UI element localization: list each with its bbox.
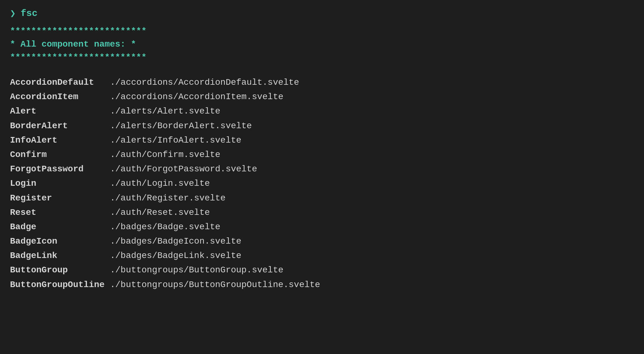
list-item: BadgeIcon ./badges/BadgeIcon.svelte (10, 234, 634, 249)
component-name: BadgeLink (10, 249, 110, 263)
header-block: ************************** * All compone… (10, 25, 634, 64)
component-list: AccordionDefault ./accordions/AccordionD… (10, 75, 634, 292)
list-item: Register ./auth/Register.svelte (10, 191, 634, 205)
component-name: Alert (10, 104, 110, 119)
component-name: InfoAlert (10, 133, 110, 148)
list-item: AccordionItem ./accordions/AccordionItem… (10, 90, 634, 104)
list-item: InfoAlert ./alerts/InfoAlert.svelte (10, 133, 634, 148)
component-name: AccordionDefault (10, 75, 110, 90)
header-line-1: ************************** (10, 25, 634, 38)
component-path: ./auth/Register.svelte (110, 191, 226, 205)
header-line-3: ************************** (10, 51, 634, 64)
component-path: ./accordions/AccordionItem.svelte (110, 90, 284, 104)
component-name: Register (10, 191, 110, 205)
component-path: ./accordions/AccordionDefault.svelte (110, 75, 299, 90)
component-path: ./auth/Reset.svelte (110, 205, 210, 220)
component-path: ./auth/Confirm.svelte (110, 148, 220, 162)
list-item: Confirm ./auth/Confirm.svelte (10, 148, 634, 162)
list-item: Reset ./auth/Reset.svelte (10, 205, 634, 220)
component-path: ./badges/BadgeIcon.svelte (110, 234, 241, 249)
component-name: ForgotPassword (10, 162, 110, 176)
component-name: Login (10, 176, 110, 191)
list-item: Login ./auth/Login.svelte (10, 176, 634, 191)
component-path: ./alerts/BorderAlert.svelte (110, 119, 252, 133)
list-item: BadgeLink ./badges/BadgeLink.svelte (10, 249, 634, 263)
list-item: ForgotPassword ./auth/ForgotPassword.sve… (10, 162, 634, 176)
chevron-icon: ❯ (10, 8, 16, 19)
component-path: ./alerts/Alert.svelte (110, 104, 220, 119)
component-name: Reset (10, 205, 110, 220)
component-name: BadgeIcon (10, 234, 110, 249)
component-path: ./alerts/InfoAlert.svelte (110, 133, 241, 148)
list-item: ButtonGroup ./buttongroups/ButtonGroup.s… (10, 263, 634, 277)
component-path: ./buttongroups/ButtonGroup.svelte (110, 263, 284, 277)
component-name: AccordionItem (10, 90, 110, 104)
list-item: AccordionDefault ./accordions/AccordionD… (10, 75, 634, 90)
component-path: ./auth/Login.svelte (110, 176, 210, 191)
component-name: Confirm (10, 148, 110, 162)
header-line-2: * All component names: * (10, 38, 634, 51)
list-item: ButtonGroupOutline ./buttongroups/Button… (10, 278, 634, 292)
list-item: Alert ./alerts/Alert.svelte (10, 104, 634, 119)
component-name: ButtonGroup (10, 263, 110, 277)
terminal-window: ❯ fsc ************************** * All c… (10, 8, 634, 292)
component-name: Badge (10, 220, 110, 234)
command-text: fsc (21, 8, 38, 19)
component-path: ./auth/ForgotPassword.svelte (110, 162, 257, 176)
list-item: BorderAlert ./alerts/BorderAlert.svelte (10, 119, 634, 133)
prompt-line: ❯ fsc (10, 8, 634, 19)
component-name: ButtonGroupOutline (10, 278, 110, 292)
list-item: Badge ./badges/Badge.svelte (10, 220, 634, 234)
component-path: ./badges/Badge.svelte (110, 220, 220, 234)
spacer (10, 64, 634, 75)
component-name: BorderAlert (10, 119, 110, 133)
component-path: ./buttongroups/ButtonGroupOutline.svelte (110, 278, 320, 292)
component-path: ./badges/BadgeLink.svelte (110, 249, 241, 263)
